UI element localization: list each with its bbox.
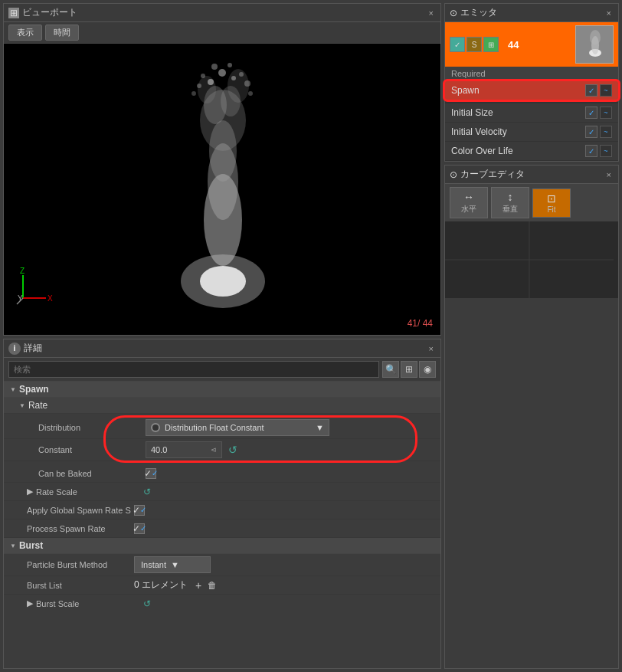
left-panel: ⊞ ビューポート × 表示 時間 [0,0,444,672]
apply-global-checkbox[interactable]: ✓ [134,505,145,516]
display-button[interactable]: 表示 [8,25,42,41]
svg-point-16 [211,64,218,70]
burst-section-label: Burst [19,540,43,551]
process-spawn-checkbox[interactable]: ✓ [134,523,145,534]
horizontal-icon: ↔ [463,191,474,203]
frame-counter: 41/ 44 [408,318,433,329]
spawn-section-label: Spawn [19,384,49,395]
svg-point-17 [228,63,232,67]
initial-size-label: Initial Size [451,107,493,118]
grid-icon-button[interactable]: ⊞ [401,361,417,378]
can-be-baked-checkbox[interactable]: ✓ [146,468,156,479]
curve-close-button[interactable]: × [604,170,614,179]
emitter-close-button[interactable]: × [604,8,614,18]
initial-size-graph[interactable]: ~ [600,107,612,119]
particle-burst-row: Particle Burst Method Instant ▼ [4,554,440,576]
add-burst-button[interactable]: + [195,579,201,592]
emitter-titlebar: ⊙ エミッタ × [445,4,618,22]
axis-svg: Z X Y [15,267,54,306]
particle-burst-label: Particle Burst Method [27,560,134,569]
details-close-button[interactable]: × [427,344,436,353]
burst-list-row: Burst List 0 エレメント + 🗑 [4,576,440,595]
horizontal-button[interactable]: ↔ 水平 [450,187,488,218]
emitter-count: 44 [508,39,519,51]
viewport-canvas: Z X Y 41/ 44 [4,44,440,335]
baked-checkbox-box[interactable]: ✓ [146,468,156,479]
svg-point-21 [248,91,253,96]
spawn-module[interactable]: Spawn ✓ ~ [445,81,618,100]
viewport-titlebar: ⊞ ビューポート × [4,4,440,22]
emitter-check1[interactable]: ✓ [450,37,465,52]
constant-input[interactable]: 40.0 ⊲ [146,441,222,458]
initial-velocity-graph[interactable]: ~ [600,126,612,138]
rate-subsection-header[interactable]: ▼ Rate [4,398,440,414]
viewport-icon: ⊞ [8,8,19,18]
axis-indicator: Z X Y [15,267,54,308]
svg-point-14 [201,74,205,78]
fit-button[interactable]: ⊡ Fit [532,188,571,218]
baked-checkmark-icon: ✓ [144,468,152,479]
initial-velocity-module[interactable]: Initial Velocity ✓ ~ [445,123,618,142]
rate-scale-triangle[interactable]: ▶ [27,487,33,497]
color-over-life-check[interactable]: ✓ [585,145,597,157]
color-over-life-graph[interactable]: ~ [600,145,612,157]
constant-value: 40.0 [151,445,167,454]
burst-scale-reset-icon[interactable]: ↺ [143,598,151,609]
delete-burst-button[interactable]: 🗑 [208,580,217,591]
spawn-graph-icon[interactable]: ~ [600,84,612,97]
curve-canvas [445,221,618,298]
emitter-icon-sprite[interactable]: S [466,37,482,52]
initial-size-module[interactable]: Initial Size ✓ ~ [445,103,618,123]
details-title: 詳細 [24,342,42,355]
svg-point-11 [208,79,214,85]
svg-text:X: X [47,294,53,303]
vertical-button[interactable]: ↕ 垂直 [491,187,529,218]
search-input[interactable] [8,361,379,378]
burst-section-header[interactable]: ▼ Burst [4,538,440,554]
distribution-section: Distribution Distribution Float Constant… [4,414,440,464]
burst-scale-triangle[interactable]: ▶ [27,598,33,608]
reset-icon[interactable]: ↺ [228,444,237,456]
burst-list-label: Burst List [27,581,134,590]
emitter-thumbnail [575,25,614,64]
search-icon-button[interactable]: 🔍 [382,361,399,378]
distribution-row: Distribution Distribution Float Constant… [4,417,440,439]
initial-size-check[interactable]: ✓ [585,107,597,119]
curve-panel: ⊙ カーブエディタ × ↔ 水平 ↕ 垂直 ⊡ Fit [444,165,619,669]
fit-icon: ⊡ [547,192,556,205]
emitter-icon-grid[interactable]: ⊞ [483,37,499,52]
svg-text:Z: Z [20,267,25,275]
eye-icon-button[interactable]: ◉ [419,361,436,378]
constant-label: Constant [38,445,146,454]
burst-list-value: 0 エレメント [134,579,188,592]
color-over-life-module[interactable]: Color Over Life ✓ ~ [445,142,618,161]
process-spawn-checkmark-icon: ✓ [133,523,140,534]
burst-method-select[interactable]: Instant ▼ [134,556,211,573]
process-spawn-label: Process Spawn Rate [27,524,134,533]
svg-point-15 [239,72,244,77]
rate-triangle-icon: ▼ [19,402,25,409]
burst-scale-row: ▶ Burst Scale ↺ [4,595,440,611]
constant-row: Constant 40.0 ⊲ ↺ [4,439,440,461]
horizontal-label: 水平 [461,204,476,215]
spawn-check-icon[interactable]: ✓ [585,84,597,97]
viewport-toolbar: 表示 時間 [4,22,440,44]
dist-circle-icon [151,423,160,432]
viewport-title: ビューポート [22,6,77,19]
distribution-select[interactable]: Distribution Float Constant ▼ [146,419,329,436]
svg-point-19 [244,80,250,87]
svg-point-20 [192,91,196,96]
time-button[interactable]: 時間 [45,25,79,41]
distribution-value: Distribution Float Constant [165,423,264,432]
initial-velocity-check[interactable]: ✓ [585,126,597,138]
details-panel: i 詳細 × 🔍 ⊞ ◉ ▼ Spawn [3,339,441,669]
particle-emitter-header: ✓ S ⊞ 44 [445,22,618,67]
spin-button[interactable]: ⊲ [211,446,217,454]
dropdown-arrow-icon: ▼ [316,423,324,432]
distribution-label: Distribution [38,423,146,432]
viewport-close-button[interactable]: × [427,8,436,18]
burst-scale-label: Burst Scale [36,599,143,608]
rate-scale-reset-icon[interactable]: ↺ [143,487,151,497]
spawn-section-header[interactable]: ▼ Spawn [4,382,440,398]
svg-point-13 [218,69,226,77]
